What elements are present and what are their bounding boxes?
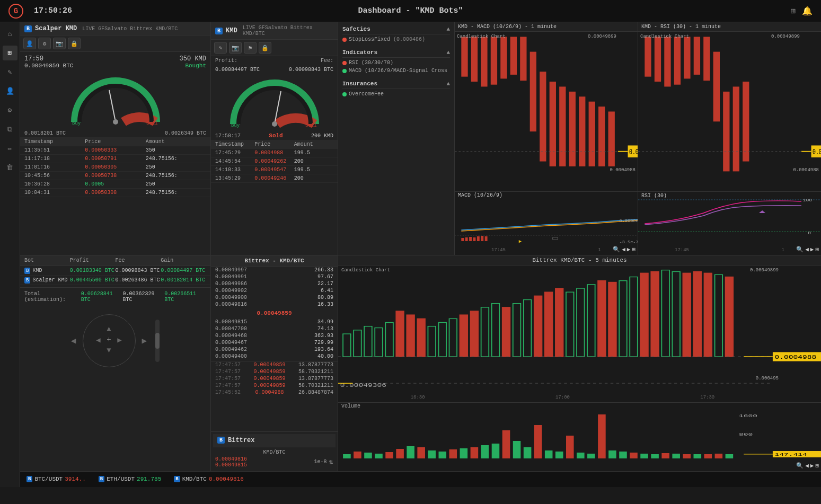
- svg-rect-62: [375, 328, 383, 357]
- macd-price-mid: 0.0004988: [610, 167, 635, 173]
- svg-rect-69: [449, 319, 457, 357]
- svg-rect-94: [715, 275, 723, 357]
- rsi-right-icon[interactable]: ▶: [810, 246, 814, 253]
- kmd-toolbar-edit[interactable]: ✎: [214, 42, 227, 54]
- kmd-trade-time: 17:50:17: [215, 133, 241, 139]
- macd-zoom-out-icon[interactable]: ⊞: [632, 246, 635, 253]
- bottom-chart-title: Bittrex KMD/BTC - 5 minutes: [338, 255, 821, 266]
- ask-row-3: 0.00049986 22.17: [211, 280, 338, 287]
- scalper-subtitle: LIVE GFSalvato Bittrex KMD/BTC: [82, 26, 178, 32]
- rsi-indicator-svg: 100 0: [638, 192, 821, 240]
- svg-rect-75: [513, 304, 521, 357]
- bid-row-1: 0.00049815 34.99: [211, 319, 338, 325]
- kmd-toolbar-lock[interactable]: 🔒: [259, 42, 271, 54]
- macd-right-icon[interactable]: ▶: [627, 246, 631, 253]
- vol-zoom-icon[interactable]: 🔍: [796, 462, 804, 469]
- kmd-profit-val: 0.00084497 BTC: [215, 67, 260, 73]
- svg-rect-48: [733, 86, 739, 171]
- scalper-price: 0.00049859 BTC: [24, 63, 73, 69]
- ask-row-1: 0.00049997 266.33: [211, 267, 338, 273]
- rsi-zoom-out-icon[interactable]: ⊞: [815, 246, 819, 253]
- svg-rect-123: [555, 452, 563, 458]
- svg-rect-108: [396, 449, 404, 458]
- recent-trade-1: 17:47:57 0.00049859 13.87877773: [211, 361, 338, 368]
- svg-text:800: 800: [739, 432, 753, 437]
- status-ethusdt: B ETH/USDT 291.785: [99, 476, 161, 482]
- svg-rect-130: [630, 453, 638, 458]
- toolbar-settings[interactable]: ⚙: [38, 38, 51, 49]
- volume-scroll-controls[interactable]: 🔍 ◀ ▶ ⊞: [796, 462, 819, 469]
- sidebar-trash[interactable]: 🗑: [3, 160, 17, 175]
- kmd-toolbar-flag[interactable]: ⚑: [244, 42, 257, 54]
- rsi-zoom-icon[interactable]: 🔍: [796, 246, 804, 253]
- vol-zoom-out-icon[interactable]: ⊞: [815, 462, 819, 469]
- nav-up[interactable]: ▲: [104, 325, 114, 335]
- scalper-btc-high: 0.0026349 BTC: [165, 130, 206, 136]
- bottom-section: Bot Profit Fee Gain BKMD 0.00183340 BTC …: [20, 255, 821, 471]
- svg-point-5: [272, 121, 277, 127]
- svg-rect-43: [684, 37, 690, 78]
- toolbar-user[interactable]: 👤: [23, 38, 36, 49]
- nav-down[interactable]: ▼: [104, 346, 114, 357]
- bid-row-3: 0.00049468 363.93: [211, 332, 338, 339]
- sidebar-home[interactable]: ⌂: [3, 26, 17, 41]
- nav-left[interactable]: ◀: [71, 335, 76, 346]
- svg-rect-107: [385, 452, 393, 458]
- macd-scroll-controls[interactable]: 🔍 ◀ ▶ ⊞: [613, 246, 635, 253]
- sidebar-settings[interactable]: ⚙: [3, 103, 17, 118]
- vol-left-icon[interactable]: ◀: [805, 462, 809, 469]
- nav-right[interactable]: ▶: [142, 335, 147, 346]
- svg-rect-34: [485, 236, 488, 241]
- svg-rect-82: [587, 285, 595, 357]
- svg-rect-122: [545, 450, 553, 458]
- window-icon[interactable]: ⊞: [790, 6, 796, 16]
- bottom-time-2: 17:00: [555, 395, 570, 400]
- vol-right-icon[interactable]: ▶: [810, 462, 814, 469]
- kmd-profit-row: Profit: Fee:: [211, 56, 338, 65]
- toolbar-lock[interactable]: 🔒: [68, 38, 81, 49]
- kmd-toolbar-camera[interactable]: 📷: [229, 42, 242, 54]
- macd-left-icon[interactable]: ◀: [622, 246, 625, 253]
- kmd-trade-row-1: 17:45:29 0.0004988 199.5: [211, 149, 338, 157]
- kmd-panel: B KMD LIVE GFSalvato Bittrex KMD/BTC ✎ 📷…: [211, 22, 338, 255]
- macd-zoom-icon[interactable]: 🔍: [613, 246, 620, 253]
- svg-rect-64: [396, 311, 404, 357]
- sidebar-dashboard[interactable]: ⊞: [3, 46, 17, 60]
- left-bottom-panels: Bittrex - KMD/BTC 0.00049997 266.33 0.00…: [211, 255, 338, 471]
- rsi-scroll-controls[interactable]: 🔍 ◀ ▶ ⊞: [796, 246, 819, 253]
- scalper-trade-row-5: 10:36:28 0.0005 250: [20, 180, 210, 189]
- toolbar-camera[interactable]: 📷: [53, 38, 66, 49]
- notification-icon[interactable]: 🔔: [802, 6, 813, 16]
- indicator-rsi-dot: [342, 61, 347, 65]
- summary-total: Total (estimation): 0.00628841 BTC 0.003…: [20, 287, 210, 306]
- nav-grid-left[interactable]: ◀: [93, 335, 104, 346]
- nav-slider[interactable]: [155, 320, 160, 362]
- clock: 17:50:26: [34, 6, 72, 15]
- svg-rect-121: [534, 425, 542, 458]
- svg-rect-73: [492, 304, 500, 357]
- svg-rect-39: [645, 37, 651, 76]
- recent-trade-4: 17:47:57 0.00049859 58.70321211: [211, 382, 338, 389]
- rsi-price-high: 0.00049899: [771, 34, 800, 39]
- sidebar-copy[interactable]: ⧉: [3, 122, 17, 137]
- svg-rect-105: [364, 453, 372, 458]
- svg-rect-46: [713, 52, 720, 122]
- svg-rect-109: [407, 446, 414, 458]
- rsi-left-icon[interactable]: ◀: [805, 246, 809, 253]
- svg-text:0.00049859: 0.00049859: [813, 147, 821, 157]
- svg-rect-111: [428, 450, 436, 458]
- sidebar-user[interactable]: 👤: [3, 84, 17, 99]
- sidebar-pen[interactable]: ✏: [3, 141, 17, 156]
- trade-table-header: Timestamp Price Amount: [20, 137, 210, 146]
- macd-time-1: 17:45: [491, 247, 506, 253]
- bid-row-2: 0.00047700 74.13: [211, 325, 338, 332]
- sidebar-edit[interactable]: ✎: [3, 65, 17, 79]
- svg-rect-18: [559, 86, 566, 166]
- safeties-section: Safeties ▲ StopLossFixed (0.000486): [338, 22, 454, 46]
- bots-summary: Bot Profit Fee Gain BKMD 0.00183340 BTC …: [20, 255, 211, 471]
- rsi-indicator-area: RSI (30) 100 0: [638, 191, 821, 255]
- nav-slider-thumb: [155, 333, 160, 349]
- bittrex-scale-btn[interactable]: ⇅: [329, 457, 333, 466]
- svg-rect-84: [608, 282, 616, 357]
- nav-grid-right[interactable]: ▶: [114, 335, 125, 346]
